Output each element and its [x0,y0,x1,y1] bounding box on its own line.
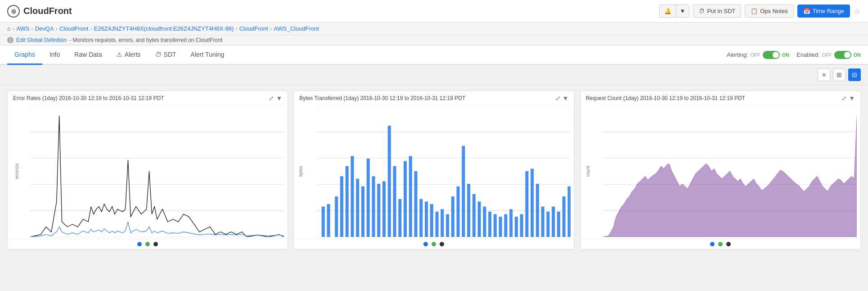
svg-rect-39 [382,181,386,237]
svg-rect-37 [372,176,375,237]
sdt-icon: ⏱ [699,8,705,14]
error-rates-y-label: errors/s [14,164,19,179]
request-svg: 40 30 20 10 0 16:00 20:00 31. Oct 04:00 … [603,105,857,237]
svg-rect-45 [414,171,418,237]
alerting-toggle[interactable] [763,51,780,59]
tab-sdt[interactable]: ⏱ SDT [148,45,184,65]
svg-rect-33 [351,156,354,237]
breadcrumb-instance[interactable]: E26Z4JNZYT4H8X(cloudfront:E26Z4JNZYT4H8X… [94,25,234,32]
chart-error-rates-footer [8,239,288,249]
svg-rect-31 [340,176,343,237]
error-rates-svg: 800 600 400 200 0 16:00 20:00 31. Oct 04… [30,105,284,237]
chart-request-footer [580,239,860,249]
bytes-svg: 2 000k 1 500k 1 000k 500k 0k [316,105,570,237]
svg-rect-28 [322,207,325,237]
svg-rect-43 [404,161,407,237]
info-description: - Monitors requests, errors, and bytes t… [69,37,222,43]
svg-rect-59 [488,212,491,237]
breadcrumb-cloudfront[interactable]: CloudFront [59,25,88,32]
ops-notes-icon: 📋 [751,8,758,14]
tab-alert-tuning[interactable]: Alert Tuning [184,45,232,65]
enabled-toggle[interactable] [834,51,851,59]
header: ◎ CloudFront 🔔 ▼ ⏱ Put in SDT 📋 Ops Note… [0,0,868,23]
tab-info[interactable]: Info [42,45,67,65]
legend-dot-green-1 [145,242,150,246]
svg-rect-35 [361,186,364,237]
alerts-icon: ⚠ [117,51,122,58]
breadcrumb-aws[interactable]: AWS [16,25,29,32]
time-range-button[interactable]: 📅 Time Range [797,5,850,18]
home-icon[interactable]: ⌂ [7,25,11,32]
svg-rect-53 [457,186,460,237]
alerting-toggle-group: Alerting: OFF ON [727,51,789,59]
grid2-view-button[interactable]: ⊞ [833,68,846,81]
svg-rect-61 [499,217,502,237]
enabled-toggle-knob [844,52,850,58]
enabled-label: Enabled: [796,51,819,58]
header-right: 🔔 ▼ ⏱ Put in SDT 📋 Ops Notes 📅 Time Rang… [659,5,861,18]
svg-rect-70 [547,212,550,237]
svg-rect-38 [378,184,381,237]
favorite-button[interactable]: ☆ [854,6,861,16]
svg-rect-68 [536,184,539,237]
legend-dot-blue-3 [710,242,715,246]
chart-error-rates-actions: ⤢ ▼ [269,95,282,102]
tab-graphs[interactable]: Graphs [7,45,42,65]
app-title: CloudFront [23,6,72,16]
collapse-bytes-button[interactable]: ▼ [562,95,569,102]
chart-error-rates-header: Error Rates (1day) 2016-10-30 12:19 to 2… [8,91,288,104]
chart-bytes-footer [294,239,574,249]
edit-global-definition-link[interactable]: Edit Global Definition [16,37,67,43]
svg-rect-54 [462,146,465,237]
legend-dot-dark-2 [440,242,444,246]
collapse-error-rates-button[interactable]: ▼ [276,95,282,102]
ops-notes-button[interactable]: 📋 Ops Notes [745,5,793,18]
svg-rect-64 [515,217,518,237]
header-left: ◎ CloudFront [7,5,72,18]
alert-dropdown-button[interactable]: ▼ [676,5,689,17]
svg-rect-29 [327,204,330,237]
legend-dot-green-2 [432,242,436,246]
sdt-tab-icon: ⏱ [155,51,162,58]
svg-rect-57 [478,201,481,237]
collapse-request-button[interactable]: ▼ [849,95,855,102]
svg-rect-46 [420,199,423,237]
svg-rect-62 [504,214,508,237]
logo-icon: ◎ [7,5,20,18]
svg-rect-40 [388,126,391,237]
tabs-right: Alerting: OFF ON Enabled: OFF ON [727,51,861,59]
info-icon: i [7,37,13,43]
legend-dot-blue-2 [423,242,428,246]
enabled-toggle-group: Enabled: OFF ON [796,51,861,59]
svg-rect-63 [509,209,513,237]
expand-request-button[interactable]: ⤢ [841,95,847,102]
alert-btn-group: 🔔 ▼ [659,5,690,18]
svg-rect-50 [441,209,444,237]
put-in-sdt-button[interactable]: ⏱ Put in SDT [693,5,741,18]
breadcrumb-aws-cloudfront[interactable]: AWS_CloudFront [274,25,319,32]
list-view-button[interactable]: ≡ [818,68,830,81]
chart-request-header: Request Count (1day) 2016-10-30 12:19 to… [580,91,860,104]
svg-rect-67 [531,168,534,237]
tabs-bar: Graphs Info Raw Data ⚠ Alerts ⏱ SDT Aler… [0,45,868,65]
tab-alerts[interactable]: ⚠ Alerts [109,45,148,65]
expand-error-rates-button[interactable]: ⤢ [269,95,274,102]
tab-raw-data[interactable]: Raw Data [67,45,109,65]
svg-rect-36 [367,159,370,237]
svg-rect-56 [472,194,476,237]
legend-dot-green-3 [718,242,723,246]
svg-rect-71 [552,207,555,237]
svg-rect-47 [425,201,428,237]
svg-rect-52 [451,196,454,237]
svg-rect-49 [436,212,439,237]
alerting-label: Alerting: [727,51,748,58]
expand-bytes-button[interactable]: ⤢ [555,95,561,102]
info-bar: i Edit Global Definition - Monitors requ… [0,35,868,45]
grid3-view-button[interactable]: ⊟ [848,68,861,81]
chart-error-rates: Error Rates (1day) 2016-10-30 12:19 to 2… [7,91,288,250]
chart-bytes-header: Bytes Transferred (1day) 2016-10-30 12:1… [294,91,574,104]
alert-icon-button[interactable]: 🔔 [660,5,676,17]
breadcrumb-cloudfront2[interactable]: CloudFront [239,25,268,32]
chart-error-rates-body: errors/s 800 600 400 200 0 1 [8,104,288,239]
breadcrumb-devqa[interactable]: DevQA [35,25,54,32]
